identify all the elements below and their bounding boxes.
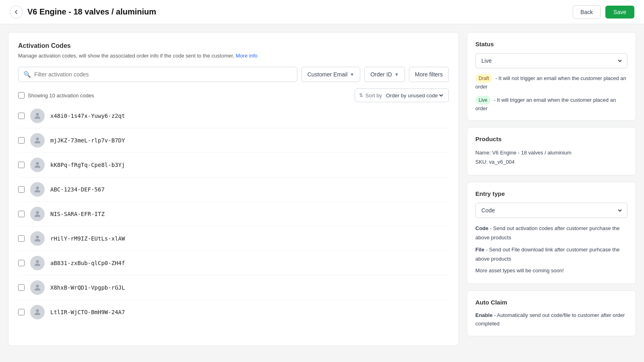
avatar xyxy=(30,182,45,197)
status-select-wrap: Live Draft xyxy=(475,53,627,68)
table-row: kK8Pq-fRgTq-Cpe8l-b3Yj xyxy=(18,153,449,177)
filter-row: 🔍 Customer Email ▼ Order ID ▼ More filte… xyxy=(18,67,449,82)
table-row: rHilY-rM9IZ-EUtLs-xlAW xyxy=(18,226,449,251)
live-badge: Live xyxy=(475,96,491,105)
topbar: V6 Engine - 18 valves / aluminium Back S… xyxy=(0,0,644,24)
table-row: mjJKZ-73meL-rlp7v-B7DY xyxy=(18,128,449,153)
order-id-filter-button[interactable]: Order ID ▼ xyxy=(364,67,405,82)
auto-claim-text: Enable - Automatically send out code/fil… xyxy=(475,311,627,328)
sort-select[interactable]: Order by unused code Order by used code … xyxy=(384,92,444,99)
live-note: Live - It will trigger an email when the… xyxy=(475,96,627,113)
products-info: Name: V6 Engine - 18 valves / aluminium … xyxy=(475,148,627,167)
code-value: kK8Pq-fRgTq-Cpe8l-b3Yj xyxy=(50,162,125,168)
main-panel: Activation Codes Manage activation codes… xyxy=(8,32,459,346)
select-all-checkbox[interactable] xyxy=(18,92,25,99)
draft-note: Draft - It will not trigger an email whe… xyxy=(475,74,627,91)
more-filters-button[interactable]: More filters xyxy=(409,67,449,82)
avatar xyxy=(30,256,45,270)
topbar-right: Back Save xyxy=(573,5,634,19)
table-row: LtlIR-WjCTO-BmH9W-24A7 xyxy=(18,300,449,324)
code-value: NIS-SARA-EFR-ITZ xyxy=(50,211,105,217)
row-checkbox[interactable] xyxy=(18,260,25,266)
code-value: x48i0-1s47x-Yuwy6-z2qt xyxy=(50,113,125,119)
svg-point-1 xyxy=(36,138,39,140)
svg-point-3 xyxy=(36,187,39,189)
avatar xyxy=(30,280,45,295)
more-info-link[interactable]: More info xyxy=(236,53,258,59)
status-notes: Draft - It will not trigger an email whe… xyxy=(475,74,627,112)
svg-point-2 xyxy=(36,162,39,165)
row-checkbox[interactable] xyxy=(18,113,25,119)
svg-point-4 xyxy=(36,211,39,214)
search-wrap: 🔍 xyxy=(18,67,297,82)
code-value: ABC-1234-DEF-567 xyxy=(50,186,105,193)
section-title: Activation Codes xyxy=(18,42,449,49)
back-button[interactable]: Back xyxy=(573,5,601,19)
code-value: LtlIR-WjCTO-BmH9W-24A7 xyxy=(50,309,125,315)
avatar xyxy=(30,305,45,319)
row-checkbox[interactable] xyxy=(18,162,25,168)
page-title: V6 Engine - 18 valves / aluminium xyxy=(27,7,156,16)
layout: Activation Codes Manage activation codes… xyxy=(0,24,644,354)
sort-icon: ⇅ xyxy=(359,93,363,98)
code-value: mjJKZ-73meL-rlp7v-B7DY xyxy=(50,137,125,144)
row-checkbox[interactable] xyxy=(18,309,25,315)
table-row: X8hxB-WrQD1-Vpgpb-rGJL xyxy=(18,276,449,300)
entry-type-card: Entry type Code File Code - Send out act… xyxy=(467,182,636,284)
status-card: Status Live Draft Draft - It will not tr… xyxy=(467,32,636,121)
entry-notes: Code - Send out activation codes after c… xyxy=(475,224,627,276)
chevron-down-icon: ▼ xyxy=(350,72,354,77)
table-row: NIS-SARA-EFR-ITZ xyxy=(18,202,449,226)
save-button[interactable]: Save xyxy=(605,6,634,19)
table-row: aB831-zxBub-qlCp0-ZH4f xyxy=(18,251,449,276)
row-checkbox[interactable] xyxy=(18,137,25,144)
draft-badge: Draft xyxy=(475,74,492,83)
customer-email-filter-button[interactable]: Customer Email ▼ xyxy=(301,67,360,82)
products-card: Products Name: V6 Engine - 18 valves / a… xyxy=(467,127,636,175)
svg-point-8 xyxy=(36,309,39,312)
svg-point-7 xyxy=(36,285,39,288)
svg-point-5 xyxy=(36,236,39,239)
auto-claim-card: Auto Claim Enable - Automatically send o… xyxy=(467,290,636,337)
code-list: x48i0-1s47x-Yuwy6-z2qt mjJKZ-73meL-rlp7v… xyxy=(18,104,449,324)
avatar xyxy=(30,207,45,221)
row-checkbox[interactable] xyxy=(18,235,25,242)
row-checkbox[interactable] xyxy=(18,284,25,291)
svg-point-6 xyxy=(36,260,39,263)
avatar xyxy=(30,158,45,172)
table-row: ABC-1234-DEF-567 xyxy=(18,177,449,202)
showing-text: Showing 10 activation codes xyxy=(18,92,94,99)
svg-point-0 xyxy=(36,113,39,116)
table-row: x48i0-1s47x-Yuwy6-z2qt xyxy=(18,104,449,128)
row-checkbox[interactable] xyxy=(18,211,25,217)
entry-type-select[interactable]: Code File xyxy=(480,207,623,214)
entry-select-wrap: Code File xyxy=(475,203,627,218)
chevron-down-icon: ▼ xyxy=(394,72,399,77)
search-icon: 🔍 xyxy=(23,71,31,78)
status-select[interactable]: Live Draft xyxy=(480,57,623,64)
entry-type-card-title: Entry type xyxy=(475,190,627,197)
products-card-title: Products xyxy=(475,136,627,142)
sort-row: Showing 10 activation codes ⇅ Sort by Or… xyxy=(18,88,449,102)
code-desc: Code - Send out activation codes after c… xyxy=(475,224,627,243)
row-checkbox[interactable] xyxy=(18,186,25,193)
coming-soon-text: More asset types will be coming soon! xyxy=(475,266,627,275)
avatar xyxy=(30,231,45,246)
auto-claim-card-title: Auto Claim xyxy=(475,299,627,306)
avatar xyxy=(30,133,45,148)
status-card-title: Status xyxy=(475,41,627,47)
sidebar-panel: Status Live Draft Draft - It will not tr… xyxy=(467,32,636,346)
sort-select-wrap: ⇅ Sort by Order by unused code Order by … xyxy=(355,88,449,102)
topbar-left: V6 Engine - 18 valves / aluminium xyxy=(10,6,156,19)
code-value: X8hxB-WrQD1-Vpgpb-rGJL xyxy=(50,284,125,291)
sort-label: Sort by xyxy=(365,93,382,99)
back-arrow-button[interactable] xyxy=(10,6,23,19)
file-desc: File - Send out File download link after… xyxy=(475,245,627,264)
code-value: aB831-zxBub-qlCp0-ZH4f xyxy=(50,260,125,266)
code-value: rHilY-rM9IZ-EUtLs-xlAW xyxy=(50,235,125,242)
search-input[interactable] xyxy=(34,71,292,78)
section-desc: Manage activation codes, will show the a… xyxy=(18,53,449,59)
avatar xyxy=(30,109,45,123)
